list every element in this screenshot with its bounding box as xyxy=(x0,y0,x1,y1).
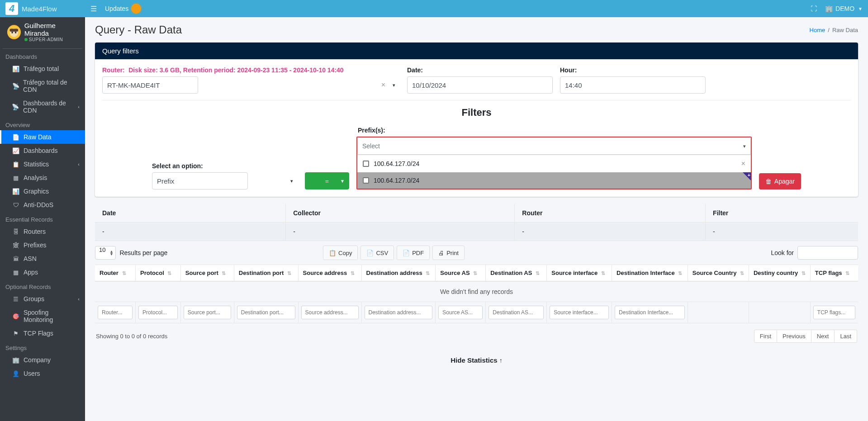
updates-label: Updates xyxy=(105,5,128,12)
sidebar-item-asn[interactable]: 🏛ASN xyxy=(0,252,85,265)
prefix-select-wrap: Select ▾ × xyxy=(356,137,752,189)
sidebar-item-graphics[interactable]: 📊Graphics xyxy=(0,184,85,198)
checkbox-icon[interactable] xyxy=(363,177,369,184)
column-header[interactable]: Destination address ⇅ xyxy=(361,265,436,282)
dashboard-icon: 📈 xyxy=(12,147,20,154)
column-header[interactable]: Destination AS ⇅ xyxy=(486,265,547,282)
column-search-cell xyxy=(361,302,436,323)
antenna-icon: 📡 xyxy=(12,104,19,110)
column-search-input[interactable] xyxy=(813,306,855,319)
data-table-wrap[interactable]: Router ⇅Protocol ⇅Source port ⇅Destinati… xyxy=(95,265,858,323)
hour-label: Hour: xyxy=(560,66,706,74)
sidebar-item-statistics[interactable]: 📋Statistics‹ xyxy=(0,157,85,171)
add-corner-icon[interactable] xyxy=(743,172,751,180)
prefix-option[interactable]: 100.64.127.0/24 xyxy=(357,172,751,189)
sidebar-item-trafego-cdn[interactable]: 📡Tráfego total de CDN xyxy=(0,76,85,96)
column-header[interactable]: Router ⇅ xyxy=(95,265,136,282)
checkbox-icon[interactable] xyxy=(363,161,369,167)
sidebar-item-tcp-flags[interactable]: ⚑TCP Flags xyxy=(0,326,85,340)
breadcrumb-sep: / xyxy=(828,27,830,33)
nav-header-settings: Settings xyxy=(0,340,85,353)
prefix-search-input[interactable] xyxy=(374,160,737,167)
copy-button[interactable]: 📋Copy xyxy=(323,246,358,260)
demo-label: DEMO xyxy=(835,5,854,12)
column-search-input[interactable] xyxy=(615,306,685,319)
column-header[interactable]: Destiny country ⇅ xyxy=(749,265,810,282)
pdf-button[interactable]: 📄PDF xyxy=(397,246,430,260)
column-header[interactable]: Source address ⇅ xyxy=(298,265,361,282)
column-search-cell xyxy=(436,302,486,323)
column-header[interactable]: Destination port ⇅ xyxy=(234,265,298,282)
csv-button[interactable]: 📄CSV xyxy=(360,246,394,260)
router-select[interactable] xyxy=(102,76,198,94)
hide-statistics-toggle[interactable]: Hide Statistics ↑ xyxy=(95,349,858,371)
top-navbar: 4 Made4Flow ☰ Updates ⛶ 🏢 DEMO ▼ xyxy=(0,0,868,17)
server-icon: 🗄 xyxy=(12,228,20,235)
breadcrumb-current: Raw Data xyxy=(832,27,858,33)
sidebar-item-routers[interactable]: 🗄Routers xyxy=(0,225,85,238)
datatable-controls: 10▴▾ Results per page 📋Copy 📄CSV 📄PDF 🖨P… xyxy=(95,241,858,265)
sidebar-item-dashboards-cdn[interactable]: 📡Dashboards de CDN‹ xyxy=(0,96,85,117)
clear-icon[interactable]: × xyxy=(381,81,385,89)
column-header[interactable]: Protocol ⇅ xyxy=(136,265,181,282)
look-for-input[interactable] xyxy=(797,246,858,260)
column-search-input[interactable] xyxy=(138,306,178,319)
delete-button[interactable]: 🗑Apagar xyxy=(759,173,801,189)
prefix-select[interactable]: Select ▾ xyxy=(357,137,751,155)
print-button[interactable]: 🖨Print xyxy=(432,246,465,260)
breadcrumb-home[interactable]: Home xyxy=(810,27,825,33)
fullscreen-icon[interactable]: ⛶ xyxy=(811,5,817,12)
column-search-input[interactable] xyxy=(489,306,544,319)
menu-toggle-icon[interactable]: ☰ xyxy=(90,5,97,13)
sidebar-item-trafego-total[interactable]: 📊Tráfego total xyxy=(0,62,85,76)
page-next[interactable]: Next xyxy=(811,330,835,343)
results-per-page-select[interactable]: 10▴▾ xyxy=(95,246,116,260)
demo-menu[interactable]: 🏢 DEMO ▼ xyxy=(825,5,863,12)
sidebar-item-dashboards[interactable]: 📈Dashboards xyxy=(0,144,85,157)
clear-icon[interactable]: × xyxy=(741,160,745,168)
column-search-input[interactable] xyxy=(98,306,133,319)
copy-icon: 📋 xyxy=(329,250,336,256)
sidebar-item-apps[interactable]: ▦Apps xyxy=(0,265,85,279)
date-label: Date: xyxy=(407,66,553,74)
page-previous[interactable]: Previous xyxy=(777,330,811,343)
datatable-info: Showing 0 to 0 of 0 records xyxy=(96,333,167,340)
sidebar-item-analysis[interactable]: ▦Analysis xyxy=(0,171,85,184)
sidebar-item-spoofing[interactable]: 🎯Spoofing Monitoring xyxy=(0,306,85,326)
column-header[interactable]: Source interface ⇅ xyxy=(547,265,612,282)
column-search-input[interactable] xyxy=(237,306,295,319)
column-header[interactable]: Destination Interface ⇅ xyxy=(612,265,688,282)
prefix-search-row: × xyxy=(357,155,751,172)
option-select[interactable] xyxy=(152,172,248,189)
updates-badge-icon xyxy=(131,4,141,14)
column-header[interactable]: Source AS ⇅ xyxy=(436,265,486,282)
column-header[interactable]: Source port ⇅ xyxy=(180,265,234,282)
column-header[interactable]: TCP flags ⇅ xyxy=(810,265,858,282)
sidebar-item-anti-ddos[interactable]: 🛡Anti-DDoS xyxy=(0,198,85,212)
sidebar-item-raw-data[interactable]: 📄Raw Data xyxy=(0,130,85,144)
hour-input[interactable] xyxy=(560,76,706,94)
no-records-row: We didn't find any records xyxy=(95,281,858,302)
nav-header-essential: Essential Records xyxy=(0,212,85,225)
column-search-input[interactable] xyxy=(550,306,609,319)
date-input[interactable] xyxy=(407,76,553,94)
column-search-input[interactable] xyxy=(438,306,483,319)
column-search-input[interactable] xyxy=(301,306,359,319)
column-search-input[interactable] xyxy=(365,306,433,319)
sidebar-item-users[interactable]: 👤Users xyxy=(0,367,85,380)
page-last[interactable]: Last xyxy=(835,330,857,343)
sidebar-item-company[interactable]: 🏢Company xyxy=(0,353,85,367)
sidebar-item-prefixes[interactable]: 🕸Prefixes xyxy=(0,238,85,252)
navbar-left: ☰ Updates xyxy=(90,4,141,14)
column-search-cell xyxy=(180,302,234,323)
arrow-up-icon: ↑ xyxy=(499,357,503,364)
sort-icon: ⇅ xyxy=(287,270,291,276)
operator-button[interactable]: =▼ xyxy=(305,172,349,189)
page-first[interactable]: First xyxy=(754,330,777,343)
file-icon: 📄 xyxy=(403,250,410,256)
sidebar-item-groups[interactable]: ☰Groups‹ xyxy=(0,292,85,306)
column-search-input[interactable] xyxy=(184,306,231,319)
updates-link[interactable]: Updates xyxy=(105,4,141,14)
crosshair-icon: 🎯 xyxy=(12,313,20,320)
column-header[interactable]: Source Country ⇅ xyxy=(688,265,749,282)
